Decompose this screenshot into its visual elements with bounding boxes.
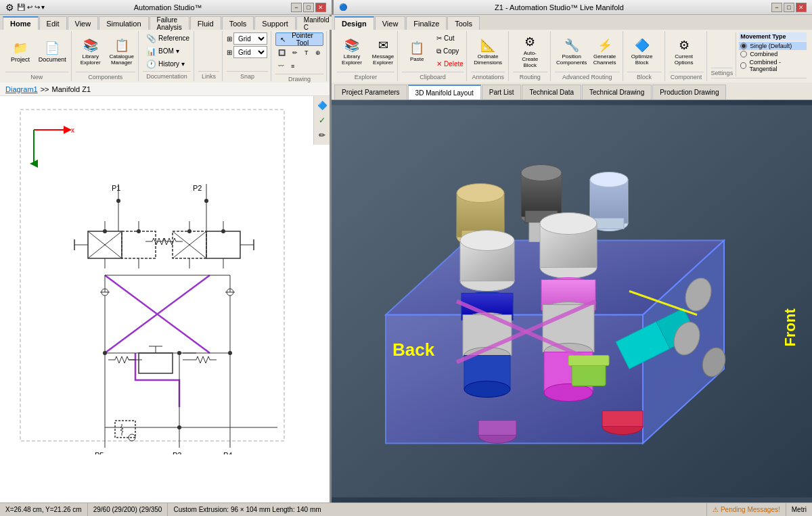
delete-button[interactable]: ✕ Delete — [433, 58, 467, 70]
radio-single — [740, 43, 747, 49]
ribbon-group-new: 📁 Project 📄 Document New — [3, 31, 72, 81]
position-button[interactable]: 🔧 PositionComponents — [555, 32, 589, 70]
left-window-controls[interactable]: − □ ✕ — [291, 3, 326, 12]
breadcrumb-link[interactable]: Diagram1 — [5, 85, 38, 93]
tab-home[interactable]: Home — [3, 16, 39, 30]
movement-combined-label: Combined — [750, 51, 777, 57]
tab-fluid[interactable]: Fluid — [190, 16, 221, 30]
generate-icon: ⚡ — [597, 38, 612, 53]
coordinates-text: X=26.48 cm, Y=21.26 cm — [5, 506, 82, 513]
library-explorer-button[interactable]: 📚 LibraryExplorer — [76, 32, 106, 70]
tab-manifold[interactable]: Manifold C — [296, 16, 337, 30]
routing-buttons: ⚙ Auto-CreateBlock — [513, 32, 547, 70]
tab-simulation[interactable]: Simulation — [99, 16, 148, 30]
advanced-buttons: 🔧 PositionComponents ⚡ GenerateChannels — [555, 32, 620, 70]
app-icon: ⚙ — [5, 2, 14, 13]
grid-select-2[interactable]: Grid — [233, 46, 267, 58]
draw-btn-4[interactable]: ⊕ — [313, 47, 323, 59]
paste-button[interactable]: 📋 Paste — [402, 32, 432, 70]
current-options-button[interactable]: ⚙ CurrentOptions — [669, 32, 699, 70]
grid-select-1[interactable]: Grid — [233, 32, 267, 45]
tab-view[interactable]: View — [68, 16, 99, 30]
ribbon-group-drawing: ↖ Pointer Tool 🔲 ✏ T ⊕ 〰 ≡ Drawing — [273, 31, 327, 81]
movement-combined[interactable]: Combined — [739, 50, 807, 58]
tab-tools[interactable]: Tools — [222, 16, 254, 30]
draw-btn-3[interactable]: T — [302, 47, 311, 59]
tab-project-params[interactable]: Project Parameters — [334, 85, 407, 99]
svg-rect-34 — [139, 353, 173, 373]
maximize-button[interactable]: □ — [303, 3, 314, 12]
movement-single[interactable]: Single (Default) — [739, 42, 807, 50]
tab-support[interactable]: Support — [254, 16, 296, 30]
tab-edit[interactable]: Edit — [39, 16, 67, 30]
autocreate-button[interactable]: ⚙ Auto-CreateBlock — [513, 32, 547, 70]
relief-valve — [115, 421, 135, 441]
page-info-text: 29/60 (29/200) (29/350 — [93, 506, 162, 513]
title-icons: ⚙ 💾 ↩ ↪ ▾ — [5, 2, 45, 13]
right-close-button[interactable]: ✕ — [796, 3, 807, 12]
clipboard-small: ✂ Cut ⧉ Copy ✕ Delete — [433, 32, 467, 70]
right-window-controls[interactable]: − □ ✕ — [771, 3, 807, 12]
messages-text: ⚠ Pending Messages! — [713, 506, 780, 513]
tab-part-list[interactable]: Part List — [482, 85, 522, 99]
movement-tangential-label: Combined - Tangential — [749, 59, 805, 72]
movement-tangential[interactable]: Combined - Tangential — [739, 58, 807, 73]
left-ribbon-content: 📁 Project 📄 Document New 📚 — [0, 30, 330, 83]
history-button[interactable]: 🕐 History ▾ — [143, 58, 191, 70]
pencil-tool-button[interactable]: ✏ — [315, 128, 329, 142]
p4-label: P4 — [223, 451, 232, 454]
cube-tool-button[interactable]: 🔷 — [315, 99, 329, 112]
draw-btn-1[interactable]: 🔲 — [275, 47, 288, 59]
schematic-canvas[interactable]: 🔷 ✓ ✏ x — [0, 96, 330, 502]
check-tool-button[interactable]: ✓ — [315, 114, 329, 127]
viewport-3d[interactable]: Back Front — [332, 100, 812, 502]
tab-failure[interactable]: Failure Analysis — [150, 16, 189, 30]
p5-label: P5 — [95, 451, 104, 454]
right-tab-design[interactable]: Design — [334, 16, 374, 30]
annotations-label: Annotations — [471, 72, 505, 80]
svg-point-79 — [521, 165, 562, 181]
settings-section: Settings — [711, 32, 737, 76]
ordinate-button[interactable]: 📐 OrdinateDimensions — [471, 32, 505, 70]
message-explorer-button[interactable]: ✉ MessageExplorer — [368, 32, 398, 70]
right-tab-view[interactable]: View — [375, 16, 406, 30]
breadcrumb: Diagram1 >> Manifold Z1 — [0, 83, 330, 96]
tab-3d-manifold[interactable]: 3D Manifold Layout — [408, 85, 481, 99]
right-minimize-button[interactable]: − — [771, 3, 782, 12]
right-group-settings-movement: Settings Movement Type Single (Default) … — [708, 31, 809, 81]
catalogue-button[interactable]: 📋 CatalogueManager — [107, 32, 137, 70]
right-tab-tools[interactable]: Tools — [447, 16, 480, 30]
draw-btn-5[interactable]: 〰 — [275, 60, 287, 72]
svg-rect-115 — [478, 421, 516, 436]
svg-rect-8 — [122, 231, 156, 258]
tab-technical-data[interactable]: Technical Data — [522, 85, 581, 99]
right-tab-finalize[interactable]: Finalize — [406, 16, 447, 30]
copy-button[interactable]: ⧉ Copy — [433, 45, 467, 57]
svg-point-29 — [187, 229, 191, 233]
tab-technical-drawing[interactable]: Technical Drawing — [582, 85, 652, 99]
minimize-button[interactable]: − — [291, 3, 302, 12]
svg-point-85 — [590, 172, 628, 187]
library-icon: 📚 — [83, 38, 98, 53]
app-wrapper: ⚙ 💾 ↩ ↪ ▾ Automation Studio™ − □ ✕ 🔵 Z1 … — [0, 0, 812, 516]
library-explorer-right-button[interactable]: 📚 LibraryExplorer — [337, 32, 367, 70]
reference-button[interactable]: 📎 Reference — [143, 32, 191, 44]
clipboard-label: Clipboard — [402, 72, 464, 80]
draw-btn-6[interactable]: ≡ — [288, 60, 297, 72]
optimize-icon: 🔷 — [635, 38, 650, 53]
cut-button[interactable]: ✂ Cut — [433, 32, 467, 44]
svg-point-90 — [460, 231, 514, 251]
bom-button[interactable]: 📊 BOM ▾ — [143, 45, 191, 57]
p3-label: P3 — [173, 451, 181, 454]
svg-rect-111 — [568, 356, 609, 366]
optimize-button[interactable]: 🔷 OptimizeBlock — [627, 32, 657, 70]
close-button[interactable]: ✕ — [315, 3, 326, 12]
document-button[interactable]: 📄 Document — [37, 32, 68, 70]
generate-button[interactable]: ⚡ GenerateChannels — [590, 32, 620, 70]
project-button[interactable]: 📁 Project — [5, 32, 35, 70]
svg-rect-20 — [206, 231, 240, 258]
right-maximize-button[interactable]: □ — [784, 3, 794, 12]
draw-btn-2[interactable]: ✏ — [290, 47, 300, 59]
tab-production-drawing[interactable]: Production Drawing — [652, 85, 726, 99]
pointer-tool-button[interactable]: ↖ Pointer Tool — [275, 32, 323, 46]
